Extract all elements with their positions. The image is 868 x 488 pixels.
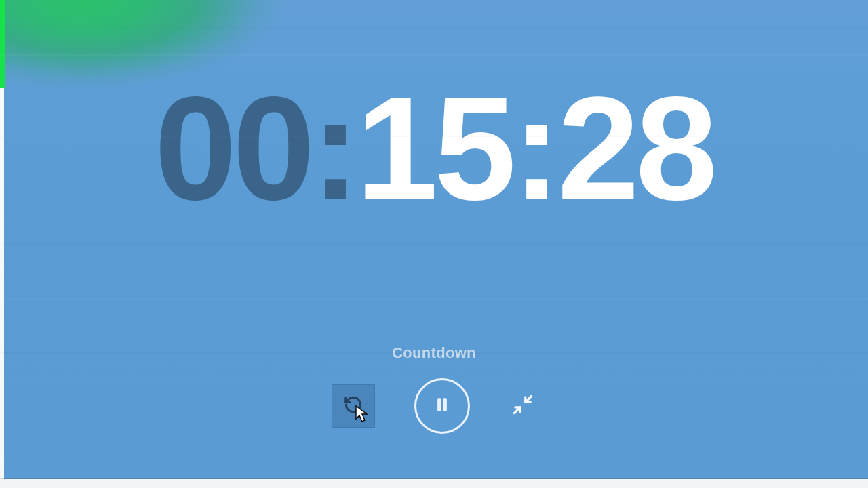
collapse-icon <box>513 394 533 418</box>
time-seconds: 28 <box>557 66 713 230</box>
svg-rect-1 <box>443 399 447 411</box>
timer-mode-label: Countdown <box>0 344 868 362</box>
time-sep1: : <box>311 66 356 230</box>
controls-row <box>0 378 868 434</box>
time-minutes: 15 <box>356 66 512 230</box>
time-sep2: : <box>512 66 557 230</box>
time-hours: 00 <box>155 66 311 230</box>
exit-fullscreen-button[interactable] <box>509 392 536 420</box>
timer-fullscreen: 00:15:28 Countdown <box>0 0 868 488</box>
window-bottom-edge <box>0 479 868 488</box>
reset-button[interactable] <box>332 384 375 428</box>
svg-rect-0 <box>438 399 441 411</box>
reset-icon <box>343 394 363 418</box>
countdown-time: 00:15:28 <box>0 75 868 222</box>
pause-button[interactable] <box>414 378 470 434</box>
pause-icon <box>435 395 450 417</box>
